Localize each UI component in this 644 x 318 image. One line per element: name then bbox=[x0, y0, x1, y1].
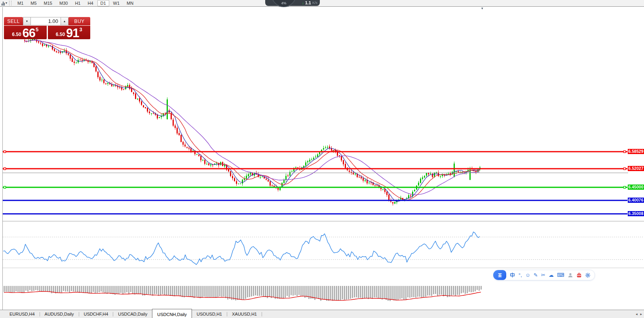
timeframe-button-m5[interactable]: M5 bbox=[27, 0, 40, 6]
download-arrow-icon: ↓ bbox=[302, 1, 304, 5]
volume-input[interactable] bbox=[31, 17, 61, 25]
tab-eurusd-h4[interactable]: EURUSD,H4 bbox=[5, 310, 40, 318]
buy-price-sup: 3 bbox=[80, 27, 82, 32]
price-line-label[interactable]: 6.52027 bbox=[628, 166, 644, 171]
tab-usdcnh-daily[interactable]: USDCNH,Daily bbox=[152, 309, 192, 318]
cloud-sync-icon[interactable]: ☁ bbox=[549, 272, 554, 278]
mt4-window: ▾ M1M5M15M30H1H4D1W1MN 4% ↓ 1.1 K/s SELL… bbox=[0, 0, 644, 318]
volume-decrease-button[interactable]: ▼ bbox=[23, 17, 31, 25]
volume-increase-button[interactable]: ▲ bbox=[61, 17, 68, 25]
lang-chinese-icon[interactable] bbox=[509, 272, 515, 278]
chart-dropdown-caret-icon[interactable]: ▾ bbox=[481, 7, 483, 10]
buy-price-big: 91 bbox=[66, 27, 79, 39]
buy-price-box[interactable]: 6.50 91 3 bbox=[48, 26, 91, 39]
timeframe-button-h4[interactable]: H4 bbox=[84, 0, 96, 6]
ime-logo-icon[interactable] bbox=[493, 270, 506, 280]
buy-button[interactable]: BUY bbox=[68, 17, 90, 25]
chevron-down-icon[interactable]: ▾ bbox=[6, 2, 7, 5]
tab-separator bbox=[262, 312, 262, 316]
price-line-label[interactable]: 6.58529 bbox=[628, 149, 644, 154]
gift-icon[interactable] bbox=[576, 272, 582, 278]
network-speed-overlay[interactable]: 4% ↓ 1.1 K/s bbox=[265, 0, 321, 9]
tab-scroll-right-icon[interactable]: ▸ bbox=[640, 312, 642, 316]
chart-tab-bar: EURUSD,H4AUDUSD,DailyUSDCHF,H4USDCAD,Dai… bbox=[0, 310, 644, 318]
sell-price-sup: 5 bbox=[36, 27, 38, 32]
timeframe-button-h1[interactable]: H1 bbox=[72, 0, 84, 6]
toolbar-grip[interactable] bbox=[9, 1, 11, 6]
speed-value: 1.1 bbox=[305, 1, 311, 5]
virtual-keyboard-icon[interactable]: ⌨ bbox=[557, 272, 564, 278]
timeframe-button-m15[interactable]: M15 bbox=[41, 0, 55, 6]
price-line-label[interactable]: 6.45000 bbox=[628, 185, 644, 190]
emoji-icon[interactable]: ☺ bbox=[525, 272, 530, 278]
chart-type-icon[interactable] bbox=[2, 1, 5, 6]
price-line-label[interactable]: 6.35008 bbox=[628, 211, 644, 216]
ime-toolbar: °,☺✎✂☁⌨ bbox=[493, 270, 595, 280]
tab-usdchf-h4[interactable]: USDCHF,H4 bbox=[79, 310, 113, 318]
speed-readout: ↓ 1.1 K/s bbox=[302, 0, 317, 6]
timeframe-button-d1[interactable]: D1 bbox=[97, 0, 109, 6]
sell-price-prefix: 6.50 bbox=[12, 32, 21, 37]
sell-price-big: 66 bbox=[23, 27, 35, 39]
timeframe-button-m30[interactable]: M30 bbox=[56, 0, 71, 6]
timeframe-button-w1[interactable]: W1 bbox=[110, 0, 123, 6]
buy-price-prefix: 6.50 bbox=[56, 32, 65, 37]
timeframe-toolbar: ▾ M1M5M15M30H1H4D1W1MN bbox=[0, 0, 644, 7]
tab-usdcad-daily[interactable]: USDCAD,Daily bbox=[113, 310, 152, 318]
speed-percent: 4% bbox=[281, 1, 286, 5]
timeframe-button-m1[interactable]: M1 bbox=[14, 0, 27, 6]
tab-scroll-controls: ◂ ▸ bbox=[636, 310, 642, 318]
speed-unit: K/s bbox=[312, 1, 317, 5]
tab-scroll-left-icon[interactable]: ◂ bbox=[636, 312, 638, 316]
one-click-trading-panel: SELL ▼ ▲ BUY 6.50 66 5 6.50 91 3 bbox=[4, 17, 90, 39]
timeframe-buttons: M1M5M15M30H1H4D1W1MN bbox=[14, 0, 137, 6]
settings-gear-icon[interactable] bbox=[585, 272, 591, 278]
tab-usousd-h1[interactable]: USOUSD,H1 bbox=[192, 310, 227, 318]
tab-xauusd-h1[interactable]: XAUUSD,H1 bbox=[227, 310, 262, 318]
punctuation-mode-icon[interactable]: °, bbox=[519, 272, 522, 278]
screenshot-scissors-icon[interactable]: ✂ bbox=[541, 272, 545, 278]
tab-audusd-daily[interactable]: AUDUSD,Daily bbox=[40, 310, 79, 318]
sell-price-box[interactable]: 6.50 66 5 bbox=[4, 26, 47, 39]
handwriting-pen-icon[interactable]: ✎ bbox=[534, 272, 538, 278]
price-line-label[interactable]: 6.40076 bbox=[628, 198, 644, 203]
chart-tabs: EURUSD,H4AUDUSD,DailyUSDCHF,H4USDCAD,Dai… bbox=[0, 310, 262, 318]
user-profile-icon[interactable] bbox=[568, 272, 573, 278]
sell-button[interactable]: SELL bbox=[4, 17, 23, 25]
timeframe-button-mn[interactable]: MN bbox=[123, 0, 137, 6]
